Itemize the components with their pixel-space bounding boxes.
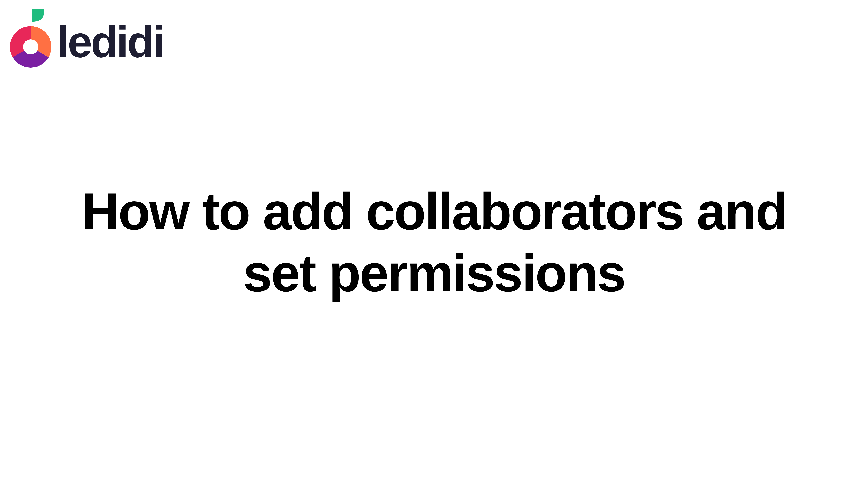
svg-point-0	[23, 39, 38, 55]
brand-logo: ledidi	[10, 9, 163, 65]
logo-leaf-icon	[32, 9, 44, 22]
page-title: How to add collaborators and set permiss…	[54, 180, 814, 304]
logo-mark	[10, 9, 52, 65]
logo-wordmark: ledidi	[57, 20, 163, 64]
logo-circle-icon	[10, 26, 52, 68]
title-container: How to add collaborators and set permiss…	[0, 180, 868, 304]
